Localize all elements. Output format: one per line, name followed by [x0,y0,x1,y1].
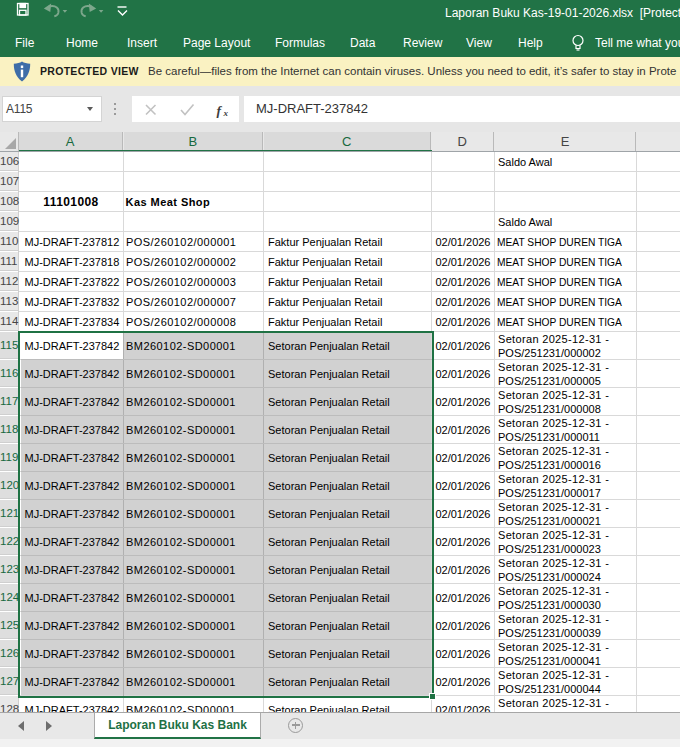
svg-text:f: f [216,103,222,118]
svg-text:x: x [222,108,228,118]
